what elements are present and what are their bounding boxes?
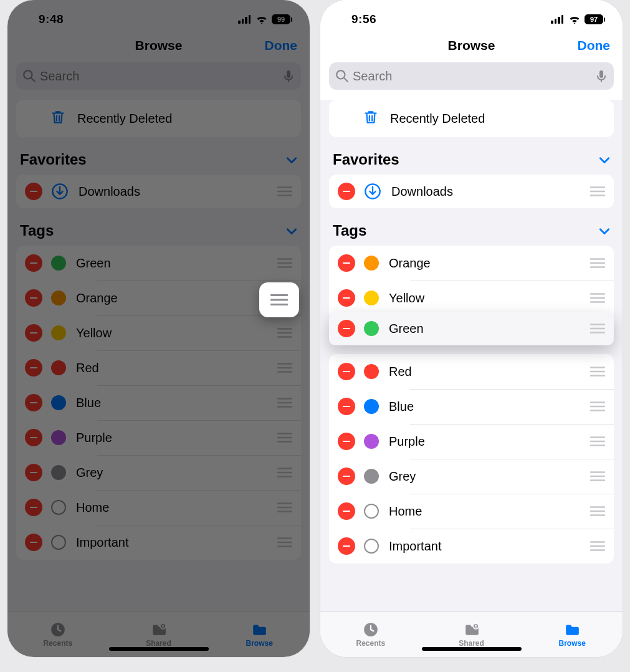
- tag-color-dot: [364, 364, 379, 379]
- tag-label: Important: [389, 539, 441, 554]
- tag-row[interactable]: Home: [16, 490, 301, 525]
- tag-color-dot: [51, 430, 66, 445]
- drag-handle-icon[interactable]: [590, 324, 605, 334]
- tag-row[interactable]: Blue: [329, 389, 614, 424]
- favorite-row-downloads[interactable]: Downloads: [329, 175, 614, 208]
- delete-button[interactable]: [338, 433, 355, 450]
- delete-button[interactable]: [338, 289, 355, 307]
- tag-color-dot: [364, 539, 379, 554]
- delete-button[interactable]: [338, 398, 355, 415]
- delete-button[interactable]: [338, 502, 355, 520]
- search-bar[interactable]: [16, 62, 301, 90]
- delete-button[interactable]: [25, 289, 42, 307]
- tag-color-dot: [364, 504, 379, 519]
- drag-handle-icon[interactable]: [277, 258, 292, 268]
- drag-handle-icon[interactable]: [277, 433, 292, 443]
- favorites-header[interactable]: Favorites: [329, 137, 614, 175]
- tag-row-dragging[interactable]: Green: [329, 312, 614, 345]
- delete-button[interactable]: [338, 254, 355, 272]
- drag-handle-icon[interactable]: [590, 258, 605, 268]
- tag-color-dot: [364, 434, 379, 449]
- delete-button[interactable]: [338, 363, 355, 380]
- delete-button[interactable]: [25, 464, 42, 481]
- tab-recents[interactable]: Recents: [320, 612, 421, 657]
- drag-handle-icon[interactable]: [590, 186, 605, 196]
- mic-icon[interactable]: [595, 69, 608, 83]
- search-input[interactable]: [40, 69, 279, 84]
- tag-row[interactable]: Purple: [16, 420, 301, 455]
- recently-deleted-card[interactable]: Recently Deleted: [329, 100, 614, 137]
- delete-button[interactable]: [25, 534, 42, 551]
- tag-row[interactable]: Grey: [16, 455, 301, 490]
- drag-handle-icon[interactable]: [277, 398, 292, 408]
- tag-color-dot: [51, 500, 66, 515]
- search-bar[interactable]: [329, 62, 614, 90]
- search-input[interactable]: [353, 69, 591, 84]
- tag-row[interactable]: Red: [16, 350, 301, 385]
- tag-row[interactable]: Important: [16, 525, 301, 560]
- tags-header[interactable]: Tags: [329, 208, 614, 246]
- navbar-title: Browse: [135, 38, 183, 53]
- tag-color-dot: [51, 395, 66, 410]
- tag-row[interactable]: Important: [329, 529, 614, 564]
- drag-handle-icon[interactable]: [277, 537, 292, 547]
- tag-row[interactable]: Red: [329, 354, 614, 389]
- tag-row[interactable]: Yellow: [16, 315, 301, 350]
- done-button[interactable]: Done: [578, 38, 611, 53]
- delete-button[interactable]: [25, 499, 42, 516]
- drag-handle-icon[interactable]: [277, 328, 292, 338]
- home-indicator[interactable]: [109, 647, 209, 651]
- drag-handle-icon[interactable]: [590, 471, 605, 481]
- tag-row[interactable]: Grey: [329, 459, 614, 494]
- tab-recents[interactable]: Recents: [7, 612, 108, 657]
- done-button[interactable]: Done: [265, 38, 298, 53]
- tab-browse[interactable]: Browse: [522, 612, 623, 657]
- tag-color-dot: [51, 256, 66, 271]
- delete-button[interactable]: [25, 183, 42, 200]
- delete-button[interactable]: [25, 324, 42, 342]
- tag-label: Green: [389, 322, 424, 336]
- drag-handle-icon[interactable]: [277, 468, 292, 478]
- tags-header[interactable]: Tags: [16, 208, 301, 246]
- delete-button[interactable]: [25, 254, 42, 272]
- mic-icon[interactable]: [282, 69, 295, 83]
- drag-handle-icon[interactable]: [590, 541, 605, 551]
- tag-row[interactable]: Yellow: [329, 281, 614, 315]
- tag-color-dot: [364, 469, 379, 484]
- tag-color-dot: [364, 321, 379, 336]
- delete-button[interactable]: [25, 394, 42, 411]
- delete-button[interactable]: [338, 537, 355, 555]
- delete-button[interactable]: [25, 429, 42, 446]
- tag-row[interactable]: Blue: [16, 385, 301, 420]
- delete-button[interactable]: [338, 468, 355, 485]
- drag-handle-icon[interactable]: [277, 502, 292, 512]
- favorite-label: Downloads: [391, 185, 453, 199]
- tag-row[interactable]: Orange: [16, 281, 301, 315]
- drag-handle-icon[interactable]: [590, 401, 605, 411]
- tab-browse[interactable]: Browse: [209, 612, 310, 657]
- tag-row[interactable]: Orange: [329, 246, 614, 281]
- drag-handle-icon[interactable]: [590, 506, 605, 516]
- tag-label: Blue: [389, 400, 414, 414]
- drag-handle-icon[interactable]: [277, 186, 292, 196]
- recently-deleted-label: Recently Deleted: [390, 112, 485, 126]
- floating-drag-handle[interactable]: [259, 282, 299, 317]
- delete-button[interactable]: [25, 359, 42, 377]
- drag-handle-icon[interactable]: [277, 363, 292, 373]
- delete-button[interactable]: [338, 183, 355, 200]
- tag-label: Orange: [76, 291, 118, 305]
- navbar-title: Browse: [448, 38, 495, 53]
- delete-button[interactable]: [338, 320, 355, 337]
- tag-label: Important: [76, 535, 128, 550]
- favorite-row-downloads[interactable]: Downloads: [16, 175, 301, 208]
- home-indicator[interactable]: [422, 647, 522, 651]
- recently-deleted-card[interactable]: Recently Deleted: [16, 100, 301, 137]
- battery-icon: 99: [272, 14, 292, 24]
- tag-row[interactable]: Purple: [329, 424, 614, 459]
- tag-row[interactable]: Green: [16, 246, 301, 281]
- tag-row[interactable]: Home: [329, 494, 614, 529]
- drag-handle-icon[interactable]: [590, 436, 605, 446]
- drag-handle-icon[interactable]: [590, 367, 605, 377]
- favorites-header[interactable]: Favorites: [16, 137, 301, 175]
- drag-handle-icon[interactable]: [590, 293, 605, 303]
